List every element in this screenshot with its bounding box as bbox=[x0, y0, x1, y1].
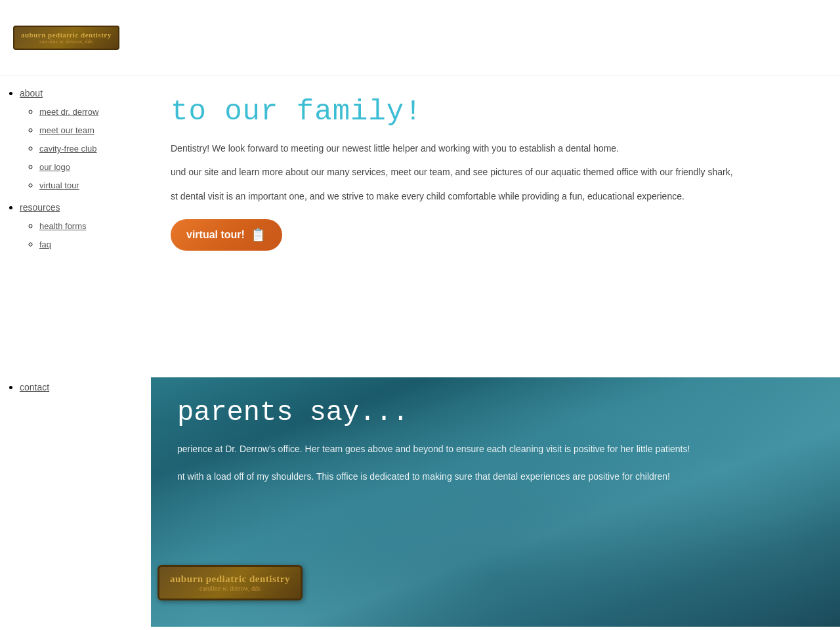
nav-link-about[interactable]: about bbox=[20, 88, 43, 98]
welcome-section: to our family! Dentistry! We look forwar… bbox=[151, 75, 840, 377]
header: auburn pediatric dentistry caroline w. d… bbox=[0, 0, 840, 75]
nav-sublist-about: meet dr. derrow meet our team cavity-fre… bbox=[20, 106, 151, 191]
nav-subitem-cavity-free[interactable]: cavity-free club bbox=[39, 142, 151, 154]
nav-item-about[interactable]: about meet dr. derrow meet our team cavi… bbox=[20, 87, 151, 191]
nav-subitem-health-forms[interactable]: health forms bbox=[39, 220, 151, 232]
logo-main-text: auburn pediatric dentistry bbox=[21, 31, 112, 39]
nav-subitem-meet-team[interactable]: meet our team bbox=[39, 124, 151, 136]
nav-link-our-logo[interactable]: our logo bbox=[39, 162, 70, 172]
welcome-para2: und our site and learn more about our ma… bbox=[171, 165, 761, 179]
nav-link-health-forms[interactable]: health forms bbox=[39, 221, 87, 231]
book-icon: 📋 bbox=[250, 227, 266, 243]
nav-subitem-faq[interactable]: faq bbox=[39, 238, 151, 250]
nav-item-resources[interactable]: resources health forms faq bbox=[20, 201, 151, 250]
nav-link-virtual-tour[interactable]: virtual tour bbox=[39, 180, 79, 190]
virtual-tour-label: virtual tour! bbox=[186, 229, 245, 241]
testimonial-2: nt with a load off of my shoulders. This… bbox=[151, 469, 742, 484]
logo-box: auburn pediatric dentistry caroline w. d… bbox=[13, 26, 119, 50]
parents-say-title: parents say... bbox=[151, 377, 840, 442]
testimonial-1: perience at Dr. Derrow's office. Her tea… bbox=[151, 442, 742, 456]
nav-link-meet-dr[interactable]: meet dr. derrow bbox=[39, 107, 98, 117]
main-content: to our family! Dentistry! We look forwar… bbox=[151, 75, 840, 627]
parents-say-title-text: parents say... bbox=[177, 397, 409, 429]
logo-watermark-main: auburn pediatric dentistry bbox=[170, 574, 290, 585]
nav-link-meet-team[interactable]: meet our team bbox=[39, 125, 94, 135]
logo-sub-text: caroline w. derrow, dds bbox=[21, 39, 112, 45]
logo-watermark-sub: caroline w. derrow, dds bbox=[170, 585, 290, 592]
nav-subitem-meet-dr[interactable]: meet dr. derrow bbox=[39, 106, 151, 117]
nav-subitem-our-logo[interactable]: our logo bbox=[39, 161, 151, 173]
welcome-para1: Dentistry! We look forward to meeting ou… bbox=[171, 141, 761, 156]
welcome-title-text: to our family! bbox=[171, 95, 423, 128]
logo-watermark-box: auburn pediatric dentistry caroline w. d… bbox=[158, 565, 303, 600]
nav-link-faq[interactable]: faq bbox=[39, 240, 51, 249]
nav-subitem-virtual-tour[interactable]: virtual tour bbox=[39, 179, 151, 191]
nav-link-cavity-free[interactable]: cavity-free club bbox=[39, 144, 96, 154]
virtual-tour-button[interactable]: virtual tour! 📋 bbox=[171, 219, 282, 251]
welcome-title: to our family! bbox=[171, 95, 814, 128]
welcome-para3: st dental visit is an important one, and… bbox=[171, 189, 761, 203]
logo-watermark: auburn pediatric dentistry caroline w. d… bbox=[158, 565, 303, 600]
nav-link-contact[interactable]: contact bbox=[20, 382, 49, 392]
nav-overlay: about meet dr. derrow meet our team cavi… bbox=[0, 75, 151, 411]
nav-list: about meet dr. derrow meet our team cavi… bbox=[0, 87, 151, 393]
nav-item-contact[interactable]: contact bbox=[20, 381, 151, 393]
nav-sublist-resources: health forms faq bbox=[20, 220, 151, 250]
logo[interactable]: auburn pediatric dentistry caroline w. d… bbox=[13, 26, 119, 50]
nav-link-resources[interactable]: resources bbox=[20, 202, 60, 213]
aquatic-section: auburn pediatric dentistry caroline w. d… bbox=[151, 377, 840, 627]
